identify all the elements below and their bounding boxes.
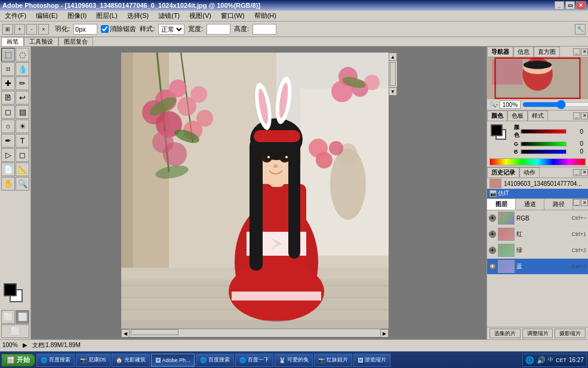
history-close-btn[interactable]: ✕: [581, 169, 588, 176]
pen-tool[interactable]: ✒: [1, 134, 15, 148]
layer-eye-blue[interactable]: 👁: [489, 263, 496, 270]
tab-paths[interactable]: 路径: [544, 199, 573, 210]
menu-view[interactable]: 视图(V): [187, 11, 214, 21]
taskbar-item-0[interactable]: 🌐 百度搜索: [36, 354, 75, 367]
foreground-color-swatch[interactable]: [4, 283, 17, 296]
minimize-button[interactable]: _: [555, 1, 564, 10]
height-input[interactable]: [253, 24, 276, 35]
start-button[interactable]: 🪟 开始: [1, 354, 35, 367]
gradient-tool[interactable]: ▤: [16, 105, 29, 119]
g-slider[interactable]: [521, 142, 567, 146]
tray-icon-ime[interactable]: 中: [548, 356, 553, 364]
blur-tool[interactable]: ○: [1, 119, 15, 133]
eraser-tool[interactable]: ◻: [1, 105, 15, 119]
history-item-1[interactable]: 📷 仿IT: [487, 189, 588, 198]
layer-eye-red[interactable]: 👁: [489, 231, 496, 238]
layer-green[interactable]: 👁 绿 Ctrl+2: [487, 243, 588, 259]
close-button[interactable]: ✕: [576, 1, 586, 10]
dodge-tool[interactable]: ☀: [16, 119, 29, 133]
tab-layers[interactable]: 图层: [487, 199, 516, 210]
layer-eye-rgb[interactable]: 👁: [489, 214, 496, 222]
tab-style[interactable]: 样式: [528, 111, 548, 121]
width-input[interactable]: [207, 24, 230, 35]
tab-palette[interactable]: 色板: [507, 111, 528, 121]
fg-color-swatch[interactable]: [491, 124, 503, 136]
taskbar-item-8[interactable]: 🖼 游览缩片: [353, 354, 390, 367]
healing-tool[interactable]: ✚: [1, 76, 15, 90]
tab-channels[interactable]: 通道: [516, 199, 544, 210]
eyedropper-tool[interactable]: 💧: [16, 62, 29, 76]
menu-image[interactable]: 图像(I): [65, 11, 89, 21]
r-slider[interactable]: [521, 129, 567, 134]
taskbar-item-6[interactable]: 🐰 可爱的兔: [275, 354, 313, 367]
history-minimize-btn[interactable]: _: [573, 169, 580, 176]
navigator-minimize-btn[interactable]: _: [573, 48, 580, 56]
zoom-out-btn[interactable]: 🔍-: [490, 102, 498, 108]
hand-tool[interactable]: ✋: [1, 177, 15, 191]
tab-layer-comp[interactable]: 图层复合: [59, 37, 93, 46]
style-select[interactable]: 正常: [158, 24, 184, 35]
b-slider[interactable]: [521, 149, 567, 154]
screen-mode-btn[interactable]: ⬜: [1, 324, 29, 338]
path-select-tool[interactable]: ▷: [1, 148, 15, 162]
new-selection-btn[interactable]: ⊞: [2, 24, 13, 35]
layer-red[interactable]: 👁 红 Ctrl+1: [487, 226, 588, 243]
taskbar-item-5[interactable]: 🌐 百度一下: [235, 354, 273, 367]
tray-icon-network[interactable]: 🌐: [525, 356, 534, 364]
clone-stamp-tool[interactable]: 🖹: [1, 91, 15, 105]
menu-window[interactable]: 窗口(W): [218, 11, 247, 21]
tab-tool-preset[interactable]: 工具预设: [24, 37, 59, 46]
crop-tool[interactable]: ⌗: [1, 62, 15, 76]
shape-tool[interactable]: ◻: [16, 148, 29, 162]
photo-thumbnail-btn[interactable]: 摄影缩片: [555, 329, 586, 338]
sub-selection-btn[interactable]: -: [26, 24, 37, 35]
scroll-h-thumb[interactable]: [131, 329, 178, 335]
taskbar-item-2[interactable]: 🏠 光影建筑: [112, 354, 150, 367]
intersect-selection-btn[interactable]: ×: [38, 24, 49, 35]
tab-info[interactable]: 信息: [513, 47, 534, 57]
color-minimize-btn[interactable]: _: [573, 112, 580, 119]
tab-color[interactable]: 颜色: [487, 111, 507, 121]
tab-histogram[interactable]: 直方图: [534, 47, 560, 57]
anti-alias-checkbox[interactable]: [101, 25, 109, 33]
menu-file[interactable]: 文件(F): [2, 11, 29, 21]
zoom-input[interactable]: [500, 100, 521, 109]
menu-layer[interactable]: 图层(L): [94, 11, 119, 21]
notes-tool[interactable]: 📄: [1, 162, 15, 176]
layer-blue[interactable]: 👁 蓝 Ctrl+3: [487, 259, 588, 275]
selection-thumbnail-btn[interactable]: 选集的片: [490, 329, 521, 338]
navigator-close-btn[interactable]: ✕: [581, 48, 588, 56]
taskbar-item-3[interactable]: 🖼 Adobe Ph...: [151, 354, 195, 367]
quick-mask-btn[interactable]: ⬜: [1, 310, 15, 324]
menu-edit[interactable]: 编辑(E): [33, 11, 60, 21]
brush-tool[interactable]: ✏: [16, 76, 29, 90]
scroll-left-btn[interactable]: ◀: [121, 329, 130, 338]
tab-actions[interactable]: 动作: [519, 167, 540, 177]
menu-select[interactable]: 选择(S): [125, 11, 152, 21]
menu-help[interactable]: 帮助(H): [252, 11, 279, 21]
taskbar-item-4[interactable]: 🌐 百度搜索: [196, 354, 234, 367]
marquee-tool[interactable]: ⬚: [1, 48, 15, 62]
tray-icon-sound[interactable]: 🔊: [537, 356, 546, 364]
tab-brush[interactable]: 画笔: [1, 37, 24, 46]
refine-edge-btn[interactable]: 🔧: [575, 24, 586, 35]
history-item-0[interactable]: 14109603_1348501477704...: [487, 178, 588, 189]
scroll-up-btn[interactable]: ▲: [389, 53, 397, 61]
layers-minimize-btn[interactable]: _: [573, 199, 580, 206]
tab-history[interactable]: 历史记录: [487, 167, 519, 177]
taskbar-item-7[interactable]: 📷 红妹姐片: [314, 354, 352, 367]
tab-navigator[interactable]: 导航器: [487, 47, 513, 57]
restore-button[interactable]: ▭: [565, 1, 575, 10]
measure-tool[interactable]: 📐: [16, 162, 29, 176]
layer-eye-green[interactable]: 👁: [489, 247, 496, 254]
zoom-slider[interactable]: [522, 102, 588, 108]
lasso-tool[interactable]: ◌: [16, 48, 29, 62]
zoom-tool[interactable]: 🔍: [16, 177, 29, 191]
add-selection-btn[interactable]: +: [14, 24, 25, 35]
feather-input[interactable]: [73, 24, 97, 35]
color-close-btn[interactable]: ✕: [581, 112, 588, 119]
layer-rgb[interactable]: 👁 RGB Ctrl+~: [487, 210, 588, 226]
color-spectrum[interactable]: [490, 158, 586, 165]
adjust-thumbnail-btn[interactable]: 调整缩片: [522, 329, 553, 338]
history-brush-tool[interactable]: ↩: [16, 91, 29, 105]
